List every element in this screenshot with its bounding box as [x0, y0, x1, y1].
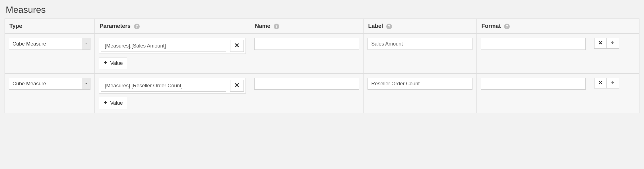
name-input[interactable] [254, 38, 359, 50]
section-title: Measures [6, 5, 639, 15]
arrow-up-icon [610, 80, 615, 86]
column-header-format-label: Format [482, 23, 501, 29]
row-actions [594, 78, 635, 88]
add-value-button[interactable]: Value [99, 97, 127, 109]
column-header-name: Name ? [250, 18, 363, 34]
label-input[interactable] [368, 78, 472, 90]
move-row-button[interactable] [607, 78, 619, 88]
column-header-label: Label ? [363, 18, 476, 34]
close-icon [234, 82, 240, 89]
column-header-actions [590, 18, 639, 34]
format-input[interactable] [481, 38, 586, 50]
close-icon [598, 40, 603, 47]
parameter-input[interactable] [101, 40, 226, 52]
add-value-button[interactable]: Value [99, 57, 127, 69]
plus-icon [103, 100, 108, 106]
column-header-type: Type [5, 18, 95, 34]
add-value-label: Value [110, 60, 123, 66]
chevron-down-icon [82, 78, 90, 90]
table-row: Cube Measure Value [5, 73, 639, 113]
close-icon [234, 42, 240, 50]
delete-row-button[interactable] [594, 78, 607, 88]
close-icon [598, 80, 603, 86]
parameter-row [99, 38, 246, 54]
move-row-button[interactable] [607, 38, 619, 49]
type-select-value: Cube Measure [9, 38, 82, 50]
type-select-value: Cube Measure [9, 78, 82, 90]
remove-parameter-button[interactable] [230, 40, 244, 52]
help-icon[interactable]: ? [504, 24, 510, 29]
table-row: Cube Measure Value [5, 34, 639, 73]
row-actions [594, 38, 635, 49]
column-header-parameters: Parameters ? [95, 18, 250, 34]
column-header-type-label: Type [9, 23, 22, 29]
column-header-format: Format ? [477, 18, 590, 34]
arrow-down-icon [610, 40, 615, 47]
column-header-parameters-label: Parameters [100, 23, 131, 29]
label-input[interactable] [368, 38, 472, 50]
type-select[interactable]: Cube Measure [9, 78, 90, 90]
measures-table: Type Parameters ? Name ? Label ? Format … [5, 18, 639, 113]
type-select[interactable]: Cube Measure [9, 38, 90, 50]
delete-row-button[interactable] [594, 38, 607, 49]
plus-icon [103, 60, 108, 66]
help-icon[interactable]: ? [386, 24, 392, 29]
column-header-label-label: Label [368, 23, 383, 29]
column-header-name-label: Name [255, 23, 270, 29]
format-input[interactable] [481, 78, 586, 90]
add-value-label: Value [110, 100, 123, 106]
parameter-input[interactable] [101, 80, 226, 92]
parameter-row [99, 78, 246, 94]
help-icon[interactable]: ? [274, 24, 279, 29]
chevron-down-icon [82, 38, 90, 50]
name-input[interactable] [254, 78, 359, 90]
help-icon[interactable]: ? [134, 24, 140, 29]
remove-parameter-button[interactable] [230, 80, 244, 92]
